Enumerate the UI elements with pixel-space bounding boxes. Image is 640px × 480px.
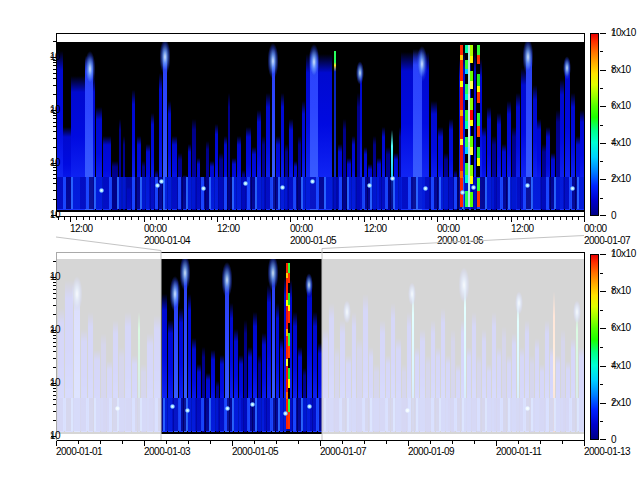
x-axis-tick-label-text: 12:00 (511, 223, 534, 235)
x-axis-date-label-text: 2000-01-04 (144, 235, 190, 247)
y-minor-tick (53, 285, 56, 286)
bright-glow (158, 42, 172, 80)
colorbar-major-tick (600, 328, 606, 329)
bright-dot (185, 408, 190, 413)
x-major-tick (217, 217, 218, 222)
x-minor-tick (95, 217, 96, 220)
x-minor-tick (566, 217, 567, 220)
y-minor-tick (53, 190, 56, 191)
y-minor-tick (53, 122, 56, 123)
x-minor-tick (370, 217, 371, 220)
colorbar-tick-label-text: 0 (611, 210, 616, 222)
bright-dot (525, 183, 530, 188)
x-minor-tick (58, 217, 59, 220)
colorbar-tick-label-text: 0 (611, 434, 616, 446)
x-minor-tick (272, 217, 273, 220)
colorbar (590, 254, 599, 440)
x-minor-tick (388, 217, 389, 220)
y-axis-tick-label: 101 (6, 209, 50, 221)
spectrogram-figure: 10410310210112:0000:002000-01-0412:0000:… (0, 0, 640, 480)
x-minor-tick (407, 217, 408, 220)
bright-dot (170, 404, 175, 409)
dimmed-region-overlay (57, 253, 161, 440)
colorbar-tick-label-exponent: 7 (611, 137, 615, 149)
x-minor-tick (386, 441, 387, 444)
y-minor-tick (53, 388, 56, 389)
y-minor-tick (53, 420, 56, 421)
y-minor-tick (53, 411, 56, 412)
x-minor-tick (229, 217, 230, 220)
x-major-tick (437, 217, 438, 222)
x-minor-tick (187, 217, 188, 220)
x-minor-tick (339, 217, 340, 220)
y-minor-tick (53, 298, 56, 299)
bright-dot (390, 176, 395, 181)
x-minor-tick (553, 217, 554, 220)
bright-glow (355, 58, 365, 88)
x-major-tick (144, 217, 145, 222)
y-minor-tick (53, 314, 56, 315)
y-minor-tick (53, 305, 56, 306)
x-minor-tick (64, 217, 65, 220)
x-minor-tick (101, 217, 102, 220)
bright-dot (99, 188, 104, 193)
y-minor-tick (53, 118, 56, 119)
bright-dot (159, 179, 164, 184)
x-minor-tick (266, 217, 267, 220)
colorbar-major-tick (600, 215, 606, 216)
y-minor-tick (53, 131, 56, 132)
x-minor-tick (168, 217, 169, 220)
bright-dot (460, 190, 465, 195)
colorbar-major-tick (600, 179, 606, 180)
y-axis-tick-label: 104 (6, 51, 50, 63)
x-minor-tick (89, 217, 90, 220)
y-axis-tick-label: 101 (6, 430, 50, 442)
colorbar-major-tick (600, 291, 606, 292)
colorbar-tick-label-exponent: 7 (611, 397, 615, 409)
x-axis-tick-label-text: 00:00 (144, 223, 167, 235)
x-minor-tick (358, 217, 359, 220)
x-axis-tick-label-text: 00:00 (584, 223, 607, 235)
y-axis-tick-label-exponent: 4 (50, 51, 54, 63)
colorbar-tick-label-exponent: 7 (611, 322, 615, 334)
y-minor-tick (53, 335, 56, 336)
hot-streak (470, 45, 473, 207)
x-axis-tick-label-text: 2000-01-05 (232, 446, 278, 458)
x-minor-tick (254, 217, 255, 220)
y-axis-tick-label-exponent: 1 (50, 430, 54, 442)
x-minor-tick (492, 217, 493, 220)
colorbar-major-tick (600, 254, 606, 255)
y-minor-tick (53, 165, 56, 166)
x-minor-tick (235, 217, 236, 220)
x-minor-tick (413, 217, 414, 220)
x-minor-tick (560, 217, 561, 220)
y-minor-tick (53, 367, 56, 368)
x-axis-tick-label-text: 2000-01-09 (408, 446, 454, 458)
x-minor-tick (278, 217, 279, 220)
x-minor-tick (572, 217, 573, 220)
x-minor-tick (419, 217, 420, 220)
x-major-tick (511, 217, 512, 222)
x-minor-tick (119, 217, 120, 220)
bright-dot (280, 185, 285, 190)
x-minor-tick (518, 441, 519, 444)
x-minor-tick (78, 441, 79, 444)
y-minor-tick (53, 62, 56, 63)
y-minor-tick (53, 126, 56, 127)
y-minor-tick (53, 338, 56, 339)
x-minor-tick (505, 217, 506, 220)
bright-glow (521, 42, 535, 80)
panel-border (56, 252, 161, 253)
y-minor-tick (53, 41, 56, 42)
x-axis-tick-label-text: 2000-01-13 (584, 446, 630, 458)
y-minor-tick (53, 279, 56, 280)
y-minor-tick (53, 404, 56, 405)
y-minor-tick (53, 391, 56, 392)
x-minor-tick (578, 217, 579, 220)
x-minor-tick (210, 441, 211, 444)
colorbar-tick-label-exponent: 7 (611, 100, 615, 112)
x-major-tick (70, 217, 71, 222)
y-axis-tick-label: 103 (6, 324, 50, 336)
x-axis-tick-label-text: 00:00 (290, 223, 313, 235)
bright-glow (266, 42, 280, 84)
